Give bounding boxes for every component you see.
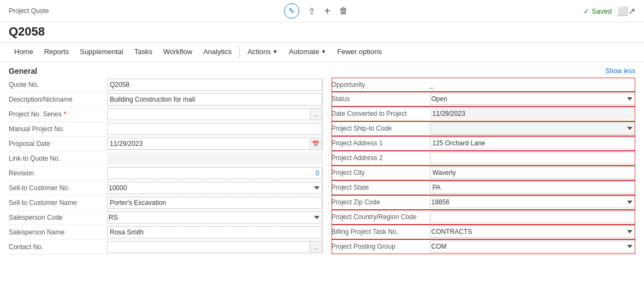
field-label-sell-to-customer-no.: Sell-to Customer No.: [9, 184, 107, 192]
field-label-manual-project-no.: Manual Project No.: [9, 125, 107, 133]
open-new-icon[interactable]: ⬜↗: [617, 6, 635, 16]
right-field-row-3: Project Ship-to Code: [332, 121, 636, 136]
section-title: General: [9, 67, 37, 75]
select-billing-project-task-no.[interactable]: CONTRACTS: [430, 226, 636, 238]
input-project-state[interactable]: [430, 181, 636, 193]
right-field-label-project-zip-code: Project Zip Code: [332, 198, 430, 206]
input-project-address-2[interactable]: [430, 152, 636, 164]
field-label-quote-no.: Quote No.: [9, 81, 107, 89]
input-project-city[interactable]: [430, 167, 636, 179]
nav-reports[interactable]: Reports: [39, 43, 75, 62]
right-field-row-0: Opportunity_: [332, 78, 636, 92]
saved-status: ✓ Saved: [583, 7, 612, 15]
link-opportunity[interactable]: _: [430, 81, 434, 89]
left-field-row-5: Link-to Quote No.: [9, 151, 322, 166]
check-icon: ✓: [583, 7, 589, 15]
input-salesperson-name[interactable]: [107, 226, 322, 238]
input-contact-no.[interactable]: [107, 241, 310, 253]
input-number-revision[interactable]: [107, 167, 322, 179]
input-sell-to-customer-name[interactable]: [107, 197, 322, 209]
toolbar: Project Quote ✎ ⇧ + 🗑 ✓ Saved ⬜↗: [0, 0, 644, 22]
right-field-row-8: Project Zip Code18856: [332, 195, 636, 210]
field-label-contact-no.: Contact No.: [9, 243, 107, 251]
left-column: Quote No.Description/NicknameProject No.…: [9, 78, 322, 255]
nav-separator: [239, 47, 240, 58]
nav-tasks[interactable]: Tasks: [129, 43, 158, 62]
left-field-row-3: Manual Project No.: [9, 122, 322, 137]
field-label-salesperson-name: Salesperson Name: [9, 228, 107, 236]
right-field-label-opportunity: Opportunity: [332, 81, 430, 89]
right-field-row-6: Project City: [332, 166, 636, 180]
left-field-row-6: Revision: [9, 166, 322, 181]
nav-workflow[interactable]: Workflow: [158, 43, 198, 62]
field-label-revision: Revision: [9, 169, 107, 177]
right-field-label-project-city: Project City: [332, 169, 430, 177]
right-field-label-project-address-2: Project Address 2: [332, 154, 430, 162]
right-field-label-project-state: Project State: [332, 184, 430, 191]
nav-automate[interactable]: Automate ▼: [283, 43, 332, 62]
nav-supplemental[interactable]: Supplemental: [74, 43, 129, 62]
select-project-zip-code[interactable]: 18856: [430, 196, 636, 208]
right-field-row-7: Project State: [332, 180, 636, 195]
select-project-posting-group[interactable]: COM: [430, 240, 636, 252]
add-button[interactable]: +: [324, 5, 330, 17]
field-label-link-to-quote-no.: Link-to Quote No.: [9, 155, 107, 162]
select-status[interactable]: Open: [430, 93, 636, 105]
field-label-proposal-date: Proposal Date: [9, 140, 107, 148]
left-field-row-10: Salesperson Name: [9, 225, 322, 240]
nav-home[interactable]: Home: [9, 43, 39, 62]
right-field-row-10: Billing Project Task No.CONTRACTS: [332, 225, 636, 239]
nav-actions[interactable]: Actions ▼: [242, 43, 283, 62]
input-quote-no.[interactable]: [107, 79, 322, 91]
right-field-row-4: Project Address 1: [332, 136, 636, 151]
ellipsis-button-contact-no.[interactable]: ...: [310, 241, 322, 253]
ellipsis-button-project-no.-series[interactable]: ...: [310, 108, 322, 120]
automate-caret-icon: ▼: [321, 49, 326, 55]
required-star: *: [64, 110, 67, 118]
calendar-button-proposal-date[interactable]: 📅: [310, 138, 322, 150]
delete-button[interactable]: 🗑: [339, 6, 348, 16]
right-field-row-11: Project Posting GroupCOM: [332, 239, 636, 254]
right-column: Opportunity_StatusOpenDate Converted to …: [322, 78, 636, 255]
left-field-row-11: Contact No....: [9, 240, 322, 255]
input-readonly-date-converted-to-project: [430, 108, 636, 120]
share-button[interactable]: ⇧: [308, 6, 315, 16]
field-label-description/nickname: Description/Nickname: [9, 96, 107, 103]
input-description/nickname[interactable]: [107, 93, 322, 105]
left-field-row-4: Proposal Date📅: [9, 137, 322, 151]
toolbar-right: ✓ Saved ⬜↗: [583, 6, 635, 16]
field-label-salesperson-code: Salesperson Code: [9, 214, 107, 221]
edit-button[interactable]: ✎: [284, 3, 299, 19]
right-field-label-date-converted-to-project: Date Converted to Project: [332, 110, 430, 117]
right-field-label-project-country/region-code: Project Country/Region Code: [332, 213, 430, 221]
nav-analytics[interactable]: Analytics: [198, 43, 237, 62]
input-project-no.-series[interactable]: [107, 108, 310, 120]
right-field-row-9: Project Country/Region Code: [332, 210, 636, 225]
module-title: Project Quote: [9, 7, 49, 15]
nav-fewer-options[interactable]: Fewer options: [332, 43, 387, 62]
input-project-address-1[interactable]: [430, 137, 636, 149]
nav-bar: Home Reports Supplemental Tasks Workflow…: [0, 43, 644, 62]
field-label-sell-to-customer-name: Sell-to Customer Name: [9, 199, 107, 207]
input-date-proposal-date[interactable]: [107, 138, 310, 150]
right-field-label-status: Status: [332, 95, 430, 103]
left-field-row-2: Project No. Series*...: [9, 107, 322, 122]
select-salesperson-code[interactable]: RS: [107, 211, 322, 224]
page-title-bar: Q2058: [0, 22, 644, 43]
input-readonly-link-to-quote-no.: [107, 152, 322, 164]
left-field-row-9: Salesperson CodeRS: [9, 210, 322, 225]
toolbar-icons: ✎ ⇧ + 🗑: [284, 3, 348, 19]
toolbar-left: Project Quote: [9, 7, 49, 15]
left-field-row-1: Description/Nickname: [9, 92, 322, 107]
input-manual-project-no.[interactable]: [107, 123, 322, 135]
field-label-project-no.-series: Project No. Series*: [9, 110, 107, 118]
select-sell-to-customer-no.[interactable]: 10000: [107, 182, 322, 194]
right-field-label-project-ship-to-code: Project Ship-to Code: [332, 125, 430, 132]
right-field-row-2: Date Converted to Project: [332, 107, 636, 121]
actions-caret-icon: ▼: [273, 49, 278, 55]
select-gray-project-ship-to-code[interactable]: [430, 122, 636, 134]
right-field-row-5: Project Address 2: [332, 151, 636, 166]
input-project-country/region-code[interactable]: [430, 211, 636, 223]
page-title: Q2058: [9, 25, 635, 39]
show-less-button[interactable]: Show less: [605, 67, 635, 75]
